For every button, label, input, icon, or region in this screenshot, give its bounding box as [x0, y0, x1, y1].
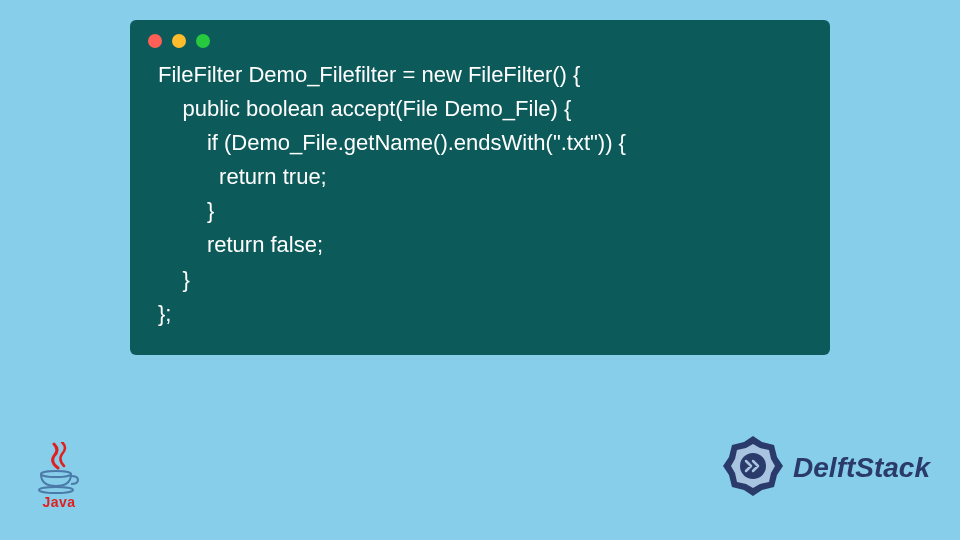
code-line: }; — [158, 297, 802, 331]
code-line: return true; — [158, 160, 802, 194]
java-logo: Java — [38, 442, 80, 510]
code-window: FileFilter Demo_Filefilter = new FileFil… — [130, 20, 830, 355]
code-block: FileFilter Demo_Filefilter = new FileFil… — [130, 58, 830, 331]
svg-point-1 — [39, 487, 73, 493]
code-line: FileFilter Demo_Filefilter = new FileFil… — [158, 58, 802, 92]
code-line: } — [158, 263, 802, 297]
java-logo-text: Java — [42, 494, 75, 510]
maximize-icon[interactable] — [196, 34, 210, 48]
window-controls — [130, 34, 830, 58]
delftstack-logo-text: DelftStack — [793, 452, 930, 484]
code-line: public boolean accept(File Demo_File) { — [158, 92, 802, 126]
code-line: return false; — [158, 228, 802, 262]
minimize-icon[interactable] — [172, 34, 186, 48]
code-line: } — [158, 194, 802, 228]
svg-point-0 — [41, 471, 71, 477]
delftstack-badge-icon — [717, 430, 789, 506]
svg-point-2 — [740, 453, 766, 479]
close-icon[interactable] — [148, 34, 162, 48]
java-cup-icon — [38, 470, 80, 496]
delftstack-logo: DelftStack — [717, 430, 930, 506]
java-steam-icon — [44, 442, 74, 470]
code-line: if (Demo_File.getName().endsWith(".txt")… — [158, 126, 802, 160]
